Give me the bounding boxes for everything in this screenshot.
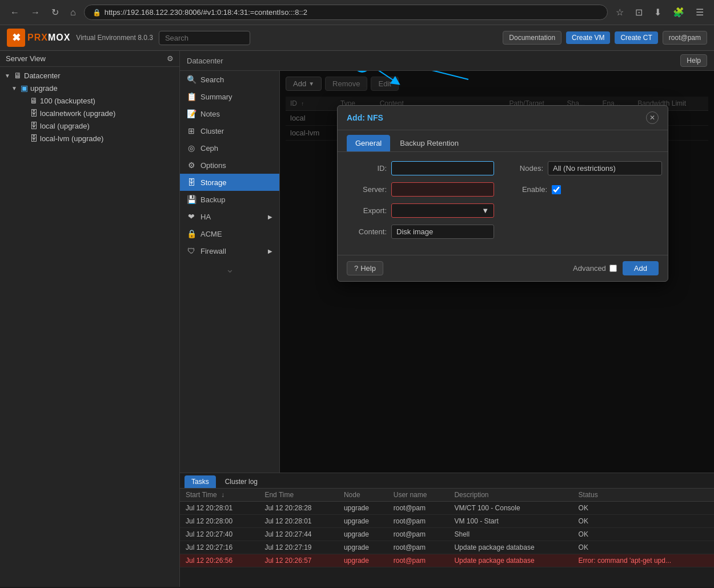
logo-icon: ✖ <box>7 29 25 47</box>
task-row[interactable]: Jul 12 20:28:00 Jul 12 20:28:01 upgrade … <box>180 515 714 528</box>
nav-item-cluster[interactable]: ⊞ Cluster <box>180 122 279 139</box>
bookmark-button[interactable]: ☆ <box>612 5 627 20</box>
sidebar-item-storage2[interactable]: 🗄 local (upgrade) <box>0 119 179 132</box>
tab-tasks[interactable]: Tasks <box>184 475 216 488</box>
nav-item-storage[interactable]: 🗄 Storage <box>180 174 279 191</box>
server-field-group: Server: <box>347 182 498 197</box>
reload-button[interactable]: ↻ <box>48 5 62 20</box>
url-bar[interactable]: 🔒 https://192.168.122.230:8006/#v1:0:18:… <box>84 5 608 20</box>
sidebar-item-vm[interactable]: 🖥 100 (backuptest) <box>0 94 179 107</box>
nav-item-options[interactable]: ⚙ Options <box>180 157 279 174</box>
task-start: Jul 12 20:28:01 <box>180 502 259 515</box>
tab-cluster-log[interactable]: Cluster log <box>218 475 264 488</box>
export-field-group: Export: ▼ <box>347 203 659 218</box>
tab-backup-retention[interactable]: Backup Retention <box>391 135 467 151</box>
modal-header: Add: NFS <box>338 106 668 130</box>
datacenter-label: Datacenter <box>24 71 61 80</box>
nav-item-ha[interactable]: ❤ HA ▶ <box>180 208 279 225</box>
content-field-group: Content: Disk image <box>347 225 659 239</box>
task-row[interactable]: Jul 12 20:26:56 Jul 12 20:26:57 upgrade … <box>180 554 714 567</box>
sidebar-item-node[interactable]: ▼ ▣ upgrade <box>0 82 179 94</box>
help-label: Help <box>360 264 376 273</box>
th-status[interactable]: Status <box>573 489 714 502</box>
advanced-checkbox[interactable] <box>609 265 617 272</box>
nav-label-summary: Summary <box>200 93 232 101</box>
sidebar-tree: ▼ 🖥 Datacenter ▼ ▣ upgrade 🖥 100 (backup… <box>0 67 179 587</box>
task-desc: Update package database <box>448 541 572 554</box>
menu-button[interactable]: ☰ <box>692 5 707 20</box>
nodes-select[interactable]: All (No restrictions) <box>548 161 662 175</box>
nav-item-notes[interactable]: 📝 Notes <box>180 105 279 122</box>
task-node: upgrade <box>338 528 388 541</box>
nav-item-backup[interactable]: 💾 Backup <box>180 191 279 208</box>
export-combo[interactable]: ▼ <box>391 203 494 218</box>
svg-line-1 <box>411 71 468 79</box>
sidebar-title: Server View <box>6 54 46 63</box>
modal-tabs: General Backup Retention <box>338 130 668 152</box>
create-vm-button[interactable]: Create VM <box>566 31 610 44</box>
task-end: Jul 12 20:27:19 <box>259 541 338 554</box>
docs-button[interactable]: Documentation <box>503 31 561 45</box>
url-text: https://192.168.122.230:8006/#v1:0:18:4:… <box>105 8 307 17</box>
nav-item-summary[interactable]: 📋 Summary <box>180 88 279 105</box>
content-select[interactable]: Disk image <box>391 225 494 239</box>
footer-right: Advanced Add <box>573 261 659 275</box>
task-user: root@pam <box>388 515 449 528</box>
task-row[interactable]: Jul 12 20:27:16 Jul 12 20:27:19 upgrade … <box>180 541 714 554</box>
modal-add-button[interactable]: Add <box>623 261 659 275</box>
nav-item-acme[interactable]: 🔒 ACME <box>180 225 279 242</box>
extensions-button[interactable]: 🧩 <box>669 5 688 20</box>
server-input[interactable] <box>391 182 494 197</box>
nav-item-firewall[interactable]: 🛡 Firewall ▶ <box>180 242 279 259</box>
create-ct-button[interactable]: Create CT <box>615 31 657 44</box>
sidebar-item-datacenter[interactable]: ▼ 🖥 Datacenter <box>0 69 179 82</box>
modal-close-button[interactable]: ✕ <box>646 111 659 124</box>
gear-icon[interactable]: ⚙ <box>167 54 174 63</box>
ceph-nav-icon: ◎ <box>187 143 196 153</box>
nav-label-storage: Storage <box>200 178 227 187</box>
nav-label-ha: HA <box>200 213 211 221</box>
export-label: Export: <box>347 206 387 215</box>
download-button[interactable]: ⬇ <box>651 5 665 20</box>
task-end: Jul 12 20:27:44 <box>259 528 338 541</box>
th-user[interactable]: User name <box>388 489 449 502</box>
nav-label-backup: Backup <box>200 195 225 204</box>
form-row-export: Export: ▼ <box>347 203 659 218</box>
app-wrapper: ✖ PRXMOX Virtual Environment 8.0.3 Docum… <box>0 25 714 587</box>
th-desc[interactable]: Description <box>448 489 572 502</box>
modal-backdrop: Add: NFS <box>280 71 714 473</box>
th-node[interactable]: Node <box>338 489 388 502</box>
help-modal-button[interactable]: ? Help <box>347 261 383 275</box>
firewall-nav-icon: 🛡 <box>187 246 196 255</box>
sidebar-item-storage3[interactable]: 🗄 local-lvm (upgrade) <box>0 132 179 145</box>
form-row-content: Content: Disk image <box>347 225 659 239</box>
tab-general[interactable]: General <box>347 135 390 151</box>
nav-panel: 🔍 Search 📋 Summary 📝 Notes ⊞ Cluster <box>180 71 280 473</box>
nav-label-search: Search <box>200 75 224 84</box>
tasks-table: Start Time ↓ End Time Node User name Des… <box>180 489 714 587</box>
task-node: upgrade <box>338 541 388 554</box>
task-row[interactable]: Jul 12 20:27:40 Jul 12 20:27:44 upgrade … <box>180 528 714 541</box>
sidebar-item-storage1[interactable]: 🗄 localnetwork (upgrade) <box>0 107 179 119</box>
nav-scroll-down[interactable]: ⌄ <box>180 259 279 279</box>
back-button[interactable]: ← <box>7 5 23 20</box>
th-end-time[interactable]: End Time <box>259 489 338 502</box>
nav-label-ceph: Ceph <box>200 144 218 153</box>
user-button[interactable]: root@pam <box>663 31 707 45</box>
forward-button[interactable]: → <box>27 5 43 20</box>
top-bar: ✖ PRXMOX Virtual Environment 8.0.3 Docum… <box>0 25 714 51</box>
help-button[interactable]: Help <box>680 54 707 67</box>
nav-label-options: Options <box>200 161 226 170</box>
th-start-time[interactable]: Start Time ↓ <box>180 489 259 502</box>
nav-item-ceph[interactable]: ◎ Ceph <box>180 139 279 157</box>
s2-label: local (upgrade) <box>40 122 90 130</box>
nav-label-acme: ACME <box>200 230 222 238</box>
pocket-button[interactable]: ⊡ <box>632 5 646 20</box>
nav-item-search[interactable]: 🔍 Search <box>180 71 279 88</box>
enable-checkbox[interactable] <box>552 185 561 194</box>
id-input[interactable] <box>391 161 494 175</box>
top-search-input[interactable] <box>159 31 250 45</box>
split-view: 🔍 Search 📋 Summary 📝 Notes ⊞ Cluster <box>180 71 714 473</box>
task-row[interactable]: Jul 12 20:28:01 Jul 12 20:28:28 upgrade … <box>180 502 714 515</box>
home-button[interactable]: ⌂ <box>67 5 79 20</box>
